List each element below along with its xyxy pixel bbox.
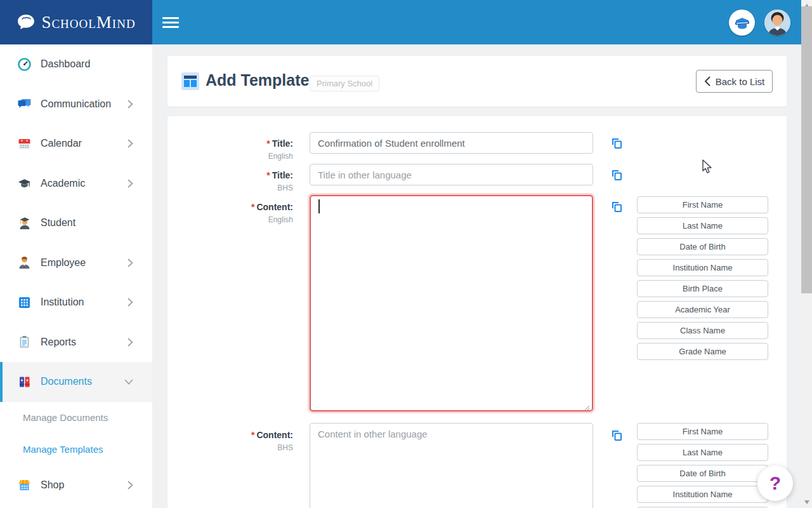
chevron-right-icon (128, 298, 133, 307)
sidebar-item-label: Academic (41, 178, 85, 189)
required-marker: * (266, 138, 270, 149)
content-bhs-textarea[interactable] (310, 423, 593, 508)
brand-logo: SchoolMind (0, 0, 152, 44)
sidebar-item-label: Employee (41, 257, 86, 269)
sidebar-item-dashboard[interactable]: Dashboard (0, 44, 152, 84)
chevron-right-icon (128, 100, 133, 109)
sidebar-item-documents[interactable]: Documents (0, 362, 152, 402)
chevron-right-icon (128, 481, 133, 490)
binders-icon (18, 375, 31, 389)
sidebar-item-label: Calendar (41, 138, 82, 149)
speech-bubble-icon (16, 14, 36, 30)
student-icon (18, 217, 31, 230)
sidebar: Dashboard Communication Cale (0, 44, 152, 508)
merge-field-button[interactable]: Institution Name (637, 486, 768, 503)
merge-field-button[interactable]: Academic Year (637, 301, 768, 318)
brand-name: SchoolMind (41, 13, 135, 32)
content-english-label: *Content: English (167, 201, 293, 225)
top-bar: SchoolMind (0, 0, 801, 44)
copy-icon[interactable] (611, 137, 623, 149)
merge-field-button[interactable]: Class Name (637, 322, 768, 339)
education-logo-avatar[interactable] (729, 10, 755, 36)
merge-field-button[interactable]: First Name (637, 423, 768, 440)
user-photo-avatar[interactable] (764, 10, 790, 36)
sidebar-subitem-manage-templates[interactable]: Manage Templates (0, 434, 152, 465)
page-header-card: Add Template Primary School Back to List (167, 56, 787, 107)
merge-field-button[interactable]: First Name (637, 196, 768, 213)
hamburger-icon[interactable] (162, 17, 179, 28)
sidebar-item-shop[interactable]: Shop (0, 465, 152, 505)
sidebar-item-label: Institution (41, 297, 84, 308)
chevron-right-icon (128, 258, 133, 267)
sidebar-item-reports[interactable]: Reports (0, 323, 152, 363)
title-bhs-label: *Title: BHS (167, 169, 293, 193)
add-template-form: *Title: English *Title: BHS *Content: En… (167, 116, 787, 508)
scroll-down-arrow[interactable] (804, 500, 809, 504)
template-icon (181, 72, 199, 93)
clipboard-icon (18, 335, 31, 349)
sidebar-item-communication[interactable]: Communication (0, 84, 152, 124)
sidebar-item-label: Shop (41, 479, 64, 491)
merge-field-button[interactable]: Last Name (637, 444, 768, 461)
sidebar-item-label: Communication (41, 98, 111, 110)
building-icon (18, 296, 31, 309)
copy-icon[interactable] (611, 169, 623, 181)
chevron-down-icon (124, 379, 133, 385)
text-caret (318, 199, 320, 213)
chevron-left-icon (704, 76, 710, 86)
sidebar-item-calendar[interactable]: Calendar (0, 124, 152, 164)
storefront-icon (18, 478, 31, 491)
calendar-icon (18, 137, 31, 150)
merge-field-button[interactable]: Date of Birth (637, 238, 768, 255)
sidebar-item-label: Documents (41, 376, 92, 387)
chevron-right-icon (128, 139, 133, 148)
title-bhs-input[interactable] (310, 164, 593, 185)
resize-grip[interactable] (583, 402, 590, 413)
chevron-right-icon (128, 179, 133, 188)
page-scrollbar[interactable] (801, 0, 812, 508)
merge-field-button[interactable]: Last Name (637, 217, 768, 234)
back-to-list-button[interactable]: Back to List (696, 70, 773, 93)
sidebar-item-label: Reports (41, 337, 76, 348)
graduation-cap-icon (18, 177, 31, 190)
copy-icon[interactable] (611, 201, 623, 213)
sidebar-item-label: Student (41, 217, 75, 229)
title-english-input[interactable] (310, 132, 593, 154)
scrollbar-thumb[interactable] (801, 6, 812, 293)
chat-icon (18, 97, 31, 110)
sidebar-subitem-manage-documents[interactable]: Manage Documents (0, 402, 152, 434)
title-english-label: *Title: English (167, 137, 293, 161)
chevron-right-icon (128, 338, 133, 347)
content-english-textarea[interactable] (310, 195, 593, 411)
back-to-list-label: Back to List (716, 76, 765, 87)
sidebar-item-student[interactable]: Student (0, 203, 152, 243)
copy-icon[interactable] (611, 429, 623, 441)
content-bhs-label: *Content: BHS (167, 429, 293, 453)
sidebar-item-academic[interactable]: Academic (0, 164, 152, 204)
scope-badge: Primary School (310, 76, 379, 91)
sidebar-item-label: Dashboard (41, 58, 90, 70)
gauge-icon (18, 58, 31, 71)
sidebar-item-institution[interactable]: Institution (0, 283, 152, 323)
help-button[interactable]: ? (757, 465, 793, 501)
merge-field-button[interactable]: Date of Birth (637, 465, 768, 482)
merge-field-button[interactable]: Birth Place (637, 280, 768, 297)
merge-field-button[interactable]: Institution Name (637, 259, 768, 276)
merge-field-button[interactable]: Grade Name (637, 343, 768, 360)
employee-icon (18, 256, 31, 269)
page-title: Add Template (206, 71, 309, 90)
sidebar-item-employee[interactable]: Employee (0, 243, 152, 283)
